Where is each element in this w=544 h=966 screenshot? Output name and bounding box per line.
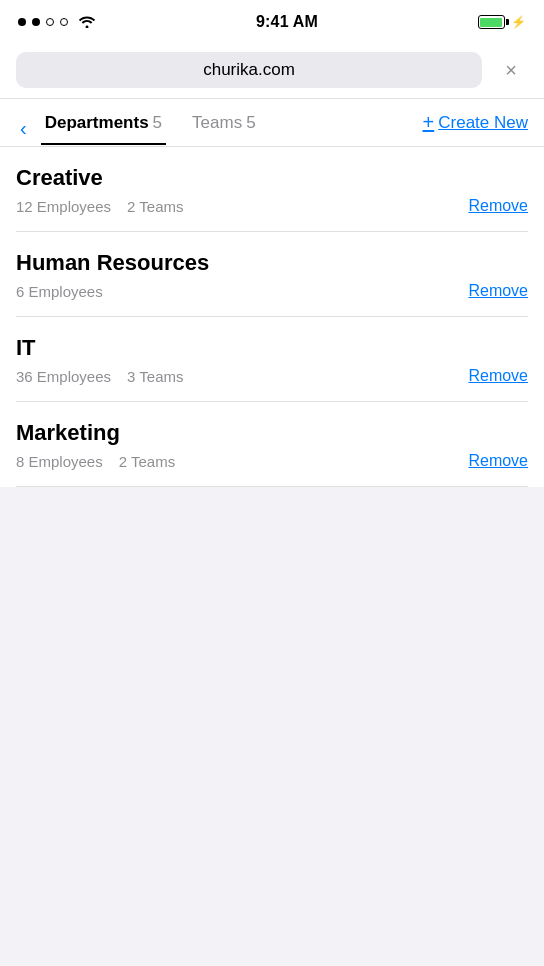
status-bar: 9:41 AM ⚡ bbox=[0, 0, 544, 44]
wifi-icon bbox=[78, 14, 96, 31]
department-name: IT bbox=[16, 335, 528, 361]
department-meta-row: 36 Employees3 TeamsRemove bbox=[16, 367, 528, 401]
department-meta: 12 Employees2 Teams bbox=[16, 198, 183, 215]
department-item: Marketing8 Employees2 TeamsRemove bbox=[0, 402, 544, 486]
department-meta-row: 6 EmployeesRemove bbox=[16, 282, 528, 316]
remove-button[interactable]: Remove bbox=[468, 452, 528, 470]
remove-button[interactable]: Remove bbox=[468, 282, 528, 300]
status-time: 9:41 AM bbox=[256, 13, 318, 31]
team-count: 3 Teams bbox=[127, 368, 183, 385]
department-item: IT36 Employees3 TeamsRemove bbox=[0, 317, 544, 401]
signal-dot-3 bbox=[46, 18, 54, 26]
employee-count: 6 Employees bbox=[16, 283, 103, 300]
charging-icon: ⚡ bbox=[511, 15, 526, 29]
department-meta: 36 Employees3 Teams bbox=[16, 368, 183, 385]
address-bar: churika.com × bbox=[0, 44, 544, 99]
team-count: 2 Teams bbox=[127, 198, 183, 215]
department-meta-row: 12 Employees2 TeamsRemove bbox=[16, 197, 528, 231]
battery-area: ⚡ bbox=[478, 15, 526, 29]
battery-indicator bbox=[478, 15, 505, 29]
signal-dot-4 bbox=[60, 18, 68, 26]
tab-bar: ‹ Departments5 Teams5 + Create New bbox=[0, 99, 544, 147]
create-new-button[interactable]: + Create New bbox=[423, 111, 528, 146]
tabs-container: Departments5 Teams5 bbox=[41, 113, 423, 145]
back-button[interactable]: ‹ bbox=[16, 113, 31, 144]
signal-dot-1 bbox=[18, 18, 26, 26]
tab-teams[interactable]: Teams5 bbox=[188, 113, 260, 145]
department-item: Creative12 Employees2 TeamsRemove bbox=[0, 147, 544, 231]
department-list: Creative12 Employees2 TeamsRemoveHuman R… bbox=[0, 147, 544, 487]
department-name: Human Resources bbox=[16, 250, 528, 276]
battery-fill bbox=[480, 18, 502, 27]
create-new-label: Create New bbox=[438, 113, 528, 133]
employee-count: 8 Employees bbox=[16, 453, 103, 470]
signal-area bbox=[18, 14, 96, 31]
department-item: Human Resources6 EmployeesRemove bbox=[0, 232, 544, 316]
employee-count: 12 Employees bbox=[16, 198, 111, 215]
signal-dot-2 bbox=[32, 18, 40, 26]
plus-icon: + bbox=[423, 111, 435, 134]
url-display[interactable]: churika.com bbox=[16, 52, 482, 88]
remove-button[interactable]: Remove bbox=[468, 367, 528, 385]
tab-departments-count: 5 bbox=[153, 113, 162, 132]
empty-area bbox=[0, 487, 544, 807]
department-meta: 8 Employees2 Teams bbox=[16, 453, 175, 470]
tab-departments-label: Departments bbox=[45, 113, 149, 132]
department-name: Marketing bbox=[16, 420, 528, 446]
department-meta-row: 8 Employees2 TeamsRemove bbox=[16, 452, 528, 486]
team-count: 2 Teams bbox=[119, 453, 175, 470]
department-meta: 6 Employees bbox=[16, 283, 103, 300]
close-tab-button[interactable]: × bbox=[494, 53, 528, 87]
employee-count: 36 Employees bbox=[16, 368, 111, 385]
battery-body bbox=[478, 15, 505, 29]
tab-teams-label: Teams bbox=[192, 113, 242, 132]
tab-teams-count: 5 bbox=[246, 113, 255, 132]
department-name: Creative bbox=[16, 165, 528, 191]
remove-button[interactable]: Remove bbox=[468, 197, 528, 215]
tab-departments[interactable]: Departments5 bbox=[41, 113, 166, 145]
